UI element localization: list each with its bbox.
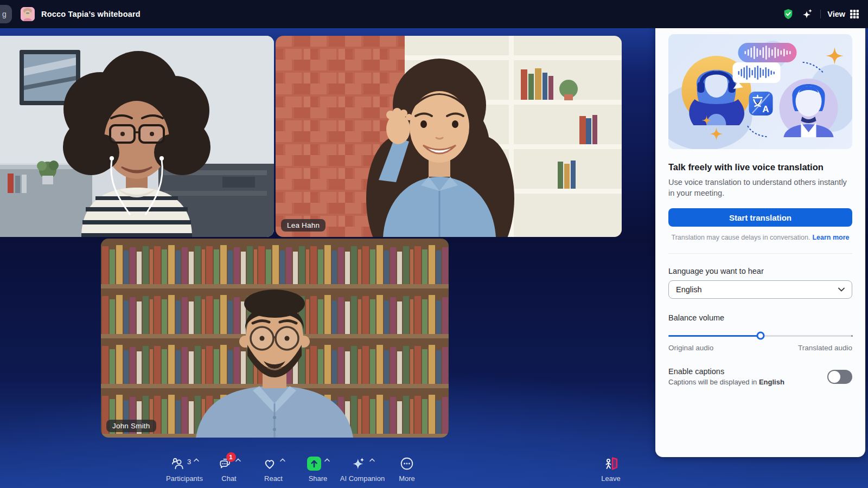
ai-companion-icon [350, 456, 367, 471]
participants-count: 3 [187, 458, 191, 466]
panel-headline: Talk freely with live voice translation [668, 162, 852, 172]
language-label: Language you want to hear [668, 267, 852, 275]
enable-captions-row: Enable captions Captions will be display… [668, 367, 852, 386]
chevron-up-icon[interactable] [369, 458, 375, 462]
panel-divider [668, 253, 852, 254]
share-screen-icon [307, 456, 322, 471]
tab-fragment[interactable]: g [0, 5, 12, 23]
security-shield-icon[interactable] [782, 8, 794, 20]
toolbar-ai-companion[interactable]: AI Companion [340, 454, 385, 483]
svg-text:A: A [762, 104, 769, 114]
captions-toggle[interactable] [827, 370, 852, 384]
panel-description: Use voice translation to understand othe… [668, 177, 852, 198]
toolbar-label: AI Companion [340, 474, 385, 483]
participants-icon [170, 457, 185, 471]
chevron-down-icon [838, 287, 845, 292]
chevron-up-icon[interactable] [280, 458, 285, 462]
video-tile-1 [0, 36, 274, 237]
chat-unread-badge: 1 [226, 452, 236, 462]
chevron-up-icon[interactable] [194, 458, 199, 462]
grid-view-icon [850, 9, 859, 19]
leave-door-icon [603, 456, 619, 471]
avatar-face-icon [21, 7, 35, 21]
voice-translation-illustration: A [668, 34, 852, 149]
disclaimer-text: Translation may cause delays in conversa… [671, 234, 810, 241]
host-avatar [21, 7, 35, 21]
translated-audio-label: Translated audio [798, 344, 852, 352]
topbar-divider [820, 10, 821, 18]
toolbar-label: React [264, 474, 283, 483]
meeting-title: Rocco Tapia’s whiteboard [41, 10, 141, 18]
slider-fill [668, 335, 761, 337]
leave-button[interactable]: Leave [589, 454, 633, 483]
participant-name: John Smith [112, 422, 150, 430]
toolbar-label: Leave [601, 474, 620, 483]
toolbar-chat[interactable]: 1 Chat [207, 454, 251, 483]
meeting-toolbar: 3 Participants [162, 454, 429, 483]
more-icon [399, 457, 414, 471]
video-tile-john-smith: John Smith [101, 239, 449, 438]
toolbar-label: Participants [166, 474, 203, 483]
captions-language: English [759, 378, 784, 386]
zoom-meeting-window: g Rocco Tapia’s whiteboard [0, 0, 868, 488]
toolbar-label: More [399, 474, 415, 483]
tab-fragment-label: g [2, 10, 7, 18]
toolbar-react[interactable]: React [251, 454, 296, 483]
balance-volume-slider[interactable] [668, 331, 852, 340]
heart-react-icon [262, 457, 277, 471]
language-value: English [676, 285, 702, 294]
voice-translation-panel: Voice translation [655, 2, 865, 457]
balance-volume-label: Balance volume [668, 313, 852, 322]
toggle-knob [828, 371, 840, 383]
language-select[interactable]: English [668, 280, 852, 299]
ai-sparkle-icon[interactable] [801, 8, 814, 21]
captions-subtitle-text: Captions will be displayed in [668, 378, 759, 386]
slider-thumb[interactable] [756, 332, 764, 340]
participant-name-tag: John Smith [106, 420, 156, 432]
translation-disclaimer: Translation may cause delays in conversa… [668, 234, 852, 241]
toolbar-label: Share [309, 474, 328, 483]
captions-subtitle: Captions will be displayed in English [668, 378, 784, 386]
original-audio-label: Original audio [668, 344, 713, 352]
toolbar-participants[interactable]: 3 Participants [162, 454, 207, 483]
learn-more-link[interactable]: Learn more [812, 234, 849, 241]
view-label: View [827, 10, 845, 18]
chevron-up-icon[interactable] [235, 458, 241, 462]
participant-name-tag: Lea Hahn [281, 219, 326, 232]
toolbar-more[interactable]: More [385, 454, 429, 483]
toolbar-share[interactable]: Share [296, 454, 340, 483]
toolbar-label: Chat [221, 474, 236, 483]
participant-name: Lea Hahn [287, 221, 320, 229]
start-translation-button[interactable]: Start translation [668, 208, 852, 227]
top-bar: g Rocco Tapia’s whiteboard [0, 0, 868, 28]
enable-captions-label: Enable captions [668, 367, 784, 376]
video-tile-lea-hahn: Lea Hahn [276, 36, 622, 237]
view-button[interactable]: View [827, 9, 859, 19]
chevron-up-icon[interactable] [324, 458, 330, 462]
